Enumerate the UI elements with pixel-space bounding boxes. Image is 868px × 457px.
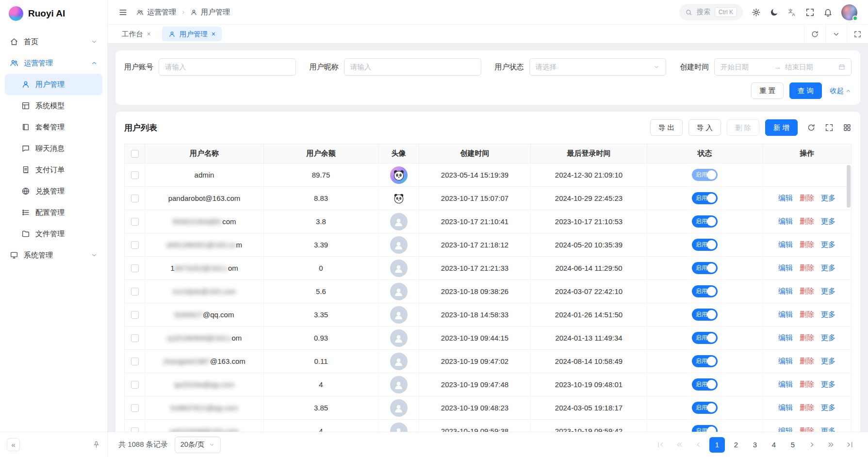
status-toggle[interactable]: 启用 [692,239,718,251]
sidebar-item-team[interactable]: 运营管理 [5,52,102,74]
edit-link[interactable]: 编辑 [778,357,793,366]
more-link[interactable]: 更多 [821,240,835,249]
more-link[interactable]: 更多 [821,217,835,226]
page-size-select[interactable]: 20条/页 [175,437,221,453]
collapse-filter-link[interactable]: 收起 [830,86,852,96]
column-settings-icon[interactable] [843,123,852,132]
delete-link[interactable]: 删除 [800,310,814,319]
delete-link[interactable]: 删除 [800,333,814,343]
user-status-select[interactable]: 请选择 [529,58,667,76]
dark-mode-icon[interactable] [770,8,779,17]
edit-link[interactable]: 编辑 [778,287,793,296]
sidebar-item-chat[interactable]: 聊天消息 [5,138,102,159]
page-number-button[interactable]: 4 [766,437,782,453]
sidebar-item-user[interactable]: 用户管理 [5,74,102,95]
row-checkbox[interactable] [131,218,139,226]
page-number-button[interactable]: 5 [785,437,801,453]
delete-link[interactable]: 删除 [800,240,814,249]
fullscreen-table-icon[interactable] [825,123,834,132]
reset-button[interactable]: 重 置 [751,82,784,99]
more-link[interactable]: 更多 [821,287,835,296]
filter-input-0[interactable] [165,63,290,71]
breadcrumb-item[interactable]: 运营管理 [136,8,176,17]
tab-item-0[interactable]: 工作台× [115,27,157,41]
delete-button[interactable]: 删 除 [727,119,759,136]
edit-link[interactable]: 编辑 [778,403,793,412]
page-number-button[interactable]: 1 [709,437,725,453]
add-button[interactable]: 新 增 [765,119,798,136]
sidebar-item-exchange[interactable]: 兑换管理 [5,180,102,202]
more-link[interactable]: 更多 [821,426,835,432]
row-checkbox[interactable] [131,381,139,389]
status-toggle[interactable]: 启用 [692,285,718,297]
status-toggle[interactable]: 启用 [692,169,718,181]
column-header[interactable]: 最后登录时间 [531,144,647,163]
delete-link[interactable]: 删除 [800,263,814,273]
row-checkbox[interactable] [131,288,139,295]
translate-icon[interactable]: 文A [787,8,797,17]
import-button[interactable]: 导 入 [688,119,721,136]
row-checkbox[interactable] [131,311,139,319]
first-page-button[interactable] [653,437,668,453]
hamburger-menu-icon[interactable] [118,8,128,17]
edit-link[interactable]: 编辑 [778,240,793,249]
status-toggle[interactable]: 启用 [692,309,718,321]
next-page-button[interactable] [804,437,819,453]
status-toggle[interactable]: 启用 [692,215,718,228]
scrollbar-thumb[interactable] [847,165,851,208]
more-link[interactable]: 更多 [821,333,835,343]
column-header[interactable]: 头像 [378,144,419,163]
settings-icon[interactable] [752,8,761,17]
sidebar-item-package[interactable]: 套餐管理 [5,116,102,138]
more-link[interactable]: 更多 [821,403,835,412]
row-checkbox[interactable] [131,334,139,342]
delete-link[interactable]: 删除 [800,194,814,203]
page-number-button[interactable]: 3 [747,437,763,453]
edit-link[interactable]: 编辑 [778,333,793,343]
more-link[interactable]: 更多 [821,194,835,203]
status-toggle[interactable]: 启用 [692,192,718,204]
jump-forward-button[interactable] [823,437,838,453]
jump-back-button[interactable] [671,437,687,453]
breadcrumb-item[interactable]: 用户管理 [190,8,230,17]
status-toggle[interactable]: 启用 [692,402,718,414]
sidebar-item-order[interactable]: 支付订单 [5,159,102,180]
column-header[interactable]: 创建时间 [419,144,531,163]
more-link[interactable]: 更多 [821,310,835,319]
collapse-sidebar-button[interactable]: « [7,438,20,451]
status-toggle[interactable]: 启用 [692,425,718,432]
search-button[interactable]: 查 询 [789,82,822,99]
column-header[interactable]: 状态 [647,144,763,163]
last-page-button[interactable] [842,437,857,453]
sidebar-item-config[interactable]: 配置管理 [5,202,102,223]
status-toggle[interactable]: 启用 [692,332,718,344]
sidebar-item-system[interactable]: 系统管理 [5,245,102,266]
delete-link[interactable]: 删除 [800,380,814,389]
prev-page-button[interactable] [690,437,706,453]
sidebar-item-home[interactable]: 首页 [5,31,102,52]
refresh-page-button[interactable] [804,24,825,44]
pin-sidebar-icon[interactable] [92,441,100,449]
tab-item-1[interactable]: 用户管理× [162,27,222,41]
delete-link[interactable]: 删除 [800,426,814,432]
refresh-table-icon[interactable] [807,123,816,132]
more-link[interactable]: 更多 [821,357,835,366]
delete-link[interactable]: 删除 [800,287,814,296]
fullscreen-icon[interactable] [805,8,815,17]
row-checkbox[interactable] [131,264,139,272]
tabs-menu-button[interactable] [825,24,847,44]
filter-input-1[interactable] [350,63,475,71]
edit-link[interactable]: 编辑 [778,194,793,203]
row-checkbox[interactable] [131,427,139,432]
export-button[interactable]: 导 出 [650,119,683,136]
row-checkbox[interactable] [131,171,139,179]
status-toggle[interactable]: 启用 [692,262,718,274]
edit-link[interactable]: 编辑 [778,217,793,226]
delete-link[interactable]: 删除 [800,217,814,226]
edit-link[interactable]: 编辑 [778,426,793,432]
column-header[interactable]: 用户名称 [145,144,264,163]
more-link[interactable]: 更多 [821,263,835,273]
page-number-button[interactable]: 2 [728,437,744,453]
global-search[interactable]: 搜索 Ctrl K [679,4,743,20]
column-header[interactable]: 用户余额 [264,144,378,163]
